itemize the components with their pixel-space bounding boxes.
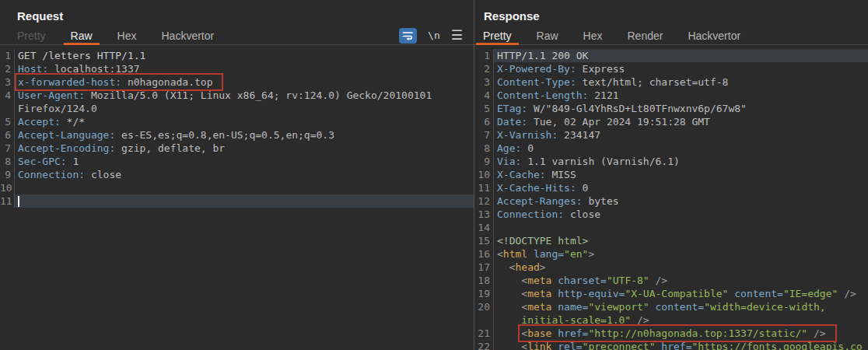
code-line: 21 <base href="http://n0hagonada.top:133… xyxy=(474,327,868,340)
code-line: 15<!DOCTYPE html> xyxy=(474,234,868,247)
line-number: 14 xyxy=(474,221,494,234)
response-tabs: PrettyRawHexRenderHackvertor xyxy=(476,26,758,44)
code-line: 3x-forwarded-host: n0hagonada.top xyxy=(0,75,474,89)
code-line: 17 <head> xyxy=(474,261,868,274)
line-number: 6 xyxy=(474,115,494,128)
line-number: 11 xyxy=(474,181,494,194)
code-line: 4User-Agent: Mozilla/5.0 (X11; Linux x86… xyxy=(0,89,474,102)
code-line: 5ETag: W/"849-Gl4YhRsD+Lt80TFnwxnv6p/67w… xyxy=(474,102,868,115)
code-line-content: Connection: close xyxy=(494,208,868,221)
line-number: 7 xyxy=(474,128,494,142)
code-line-content: x-forwarded-host: n0hagonada.top xyxy=(15,75,474,89)
code-line-content: X-Varnish: 234147 xyxy=(494,128,868,142)
code-line: 22 <link rel="preconnect" href="https://… xyxy=(474,340,868,350)
code-line-content: Via: 1.1 varnish (Varnish/6.1) xyxy=(494,155,868,168)
code-line-content: <head> xyxy=(494,261,868,274)
line-number: 10 xyxy=(0,181,15,194)
response-tab-render[interactable]: Render xyxy=(621,26,670,44)
code-line: 10X-Cache: MISS xyxy=(474,168,868,181)
code-line: 11 xyxy=(0,194,474,208)
line-number xyxy=(0,102,15,115)
newline-toggle-button[interactable]: \n xyxy=(428,30,440,41)
code-line: 19 <meta http-equiv="X-UA-Compatible" co… xyxy=(474,287,868,300)
code-line-content: Accept-Language: es-ES,es;q=0.8,en-US;q=… xyxy=(15,128,474,142)
code-line: 8Age: 0 xyxy=(474,142,868,155)
line-number: 12 xyxy=(474,194,494,208)
line-number: 21 xyxy=(474,327,494,340)
code-line: initial-scale=1.0" /> xyxy=(474,313,868,327)
code-line: 5Accept: */* xyxy=(0,115,474,128)
editor-menu-button[interactable]: ☰ xyxy=(451,29,463,42)
code-line-content: Accept-Ranges: bytes xyxy=(494,194,868,208)
code-line: 6Date: Tue, 02 Apr 2024 19:51:28 GMT xyxy=(474,115,868,128)
text-cursor xyxy=(18,196,19,207)
request-panel: Request PrettyRawHexHackvertor \n ☰ 1GET… xyxy=(0,0,474,350)
request-tabbar: PrettyRawHexHackvertor \n ☰ xyxy=(0,26,474,45)
code-line-content: Firefox/124.0 xyxy=(15,102,474,115)
soft-wrap-icon xyxy=(402,31,414,40)
code-line-content xyxy=(494,221,868,234)
code-line-content xyxy=(15,181,474,194)
request-tab-hackvertor[interactable]: Hackvertor xyxy=(155,26,222,44)
request-tab-hex[interactable]: Hex xyxy=(110,26,144,44)
code-line: 7X-Varnish: 234147 xyxy=(474,128,868,142)
line-number: 20 xyxy=(474,300,494,313)
tabbar-spacer xyxy=(232,26,399,44)
response-tabbar: PrettyRawHexRenderHackvertor xyxy=(474,26,868,45)
request-toolbar: \n ☰ xyxy=(399,26,474,44)
code-line-content: Age: 0 xyxy=(494,142,868,155)
line-number xyxy=(474,313,494,327)
line-number: 3 xyxy=(474,75,494,89)
code-line: 9Via: 1.1 varnish (Varnish/6.1) xyxy=(474,155,868,168)
code-line-content xyxy=(15,194,474,208)
soft-wrap-toggle-button[interactable] xyxy=(399,28,417,44)
code-line-content: User-Agent: Mozilla/5.0 (X11; Linux x86_… xyxy=(15,89,474,102)
response-tab-pretty[interactable]: Pretty xyxy=(476,26,519,44)
line-number: 19 xyxy=(474,287,494,300)
code-line: 18 <meta charset="UTF-8" /> xyxy=(474,274,868,287)
code-line-content: <html lang="en"> xyxy=(494,247,868,261)
line-number: 15 xyxy=(474,234,494,247)
code-line: 13Connection: close xyxy=(474,208,868,221)
line-number: 4 xyxy=(0,89,15,102)
line-number: 5 xyxy=(0,115,15,128)
request-panel-title: Request xyxy=(0,0,474,26)
code-line-content: Accept-Encoding: gzip, deflate, br xyxy=(15,142,474,155)
code-line-content: X-Cache-Hits: 0 xyxy=(494,181,868,194)
line-number: 8 xyxy=(474,142,494,155)
code-line-content: Content-Length: 2121 xyxy=(494,89,868,102)
line-number: 2 xyxy=(474,62,494,75)
code-line: 6Accept-Language: es-ES,es;q=0.8,en-US;q… xyxy=(0,128,474,142)
response-editor[interactable]: 1HTTP/1.1 200 OK2X-Powered-By: Express3C… xyxy=(474,45,868,350)
code-line: 3Content-Type: text/html; charset=utf-8 xyxy=(474,75,868,89)
line-number: 10 xyxy=(474,168,494,181)
response-tab-hex[interactable]: Hex xyxy=(576,26,610,44)
request-tab-pretty[interactable]: Pretty xyxy=(10,26,53,44)
annotation-highlight-box: x-forwarded-host: n0hagonada.top xyxy=(18,76,220,88)
code-line-content: ETag: W/"849-Gl4YhRsD+Lt80TFnwxnv6p/67w8… xyxy=(494,102,868,115)
request-tabs: PrettyRawHexHackvertor xyxy=(10,26,232,44)
code-line-content: X-Powered-By: Express xyxy=(494,62,868,75)
code-line-content: <meta name="viewport" content="width=dev… xyxy=(494,300,868,313)
code-line: 16<html lang="en"> xyxy=(474,247,868,261)
code-line: 20 <meta name="viewport" content="width=… xyxy=(474,300,868,313)
code-line-content: <meta charset="UTF-8" /> xyxy=(494,274,868,287)
line-number: 2 xyxy=(0,62,15,75)
line-number: 5 xyxy=(474,102,494,115)
request-editor[interactable]: 1GET /letters HTTP/1.12Host: localhost:1… xyxy=(0,45,474,350)
annotation-highlight-box: <base href="http://n0hagonada.top:1337/s… xyxy=(521,327,833,339)
line-number: 16 xyxy=(474,247,494,261)
line-number: 9 xyxy=(474,155,494,168)
line-number: 18 xyxy=(474,274,494,287)
code-line: Firefox/124.0 xyxy=(0,102,474,115)
code-line: 10 xyxy=(0,181,474,194)
request-tab-raw[interactable]: Raw xyxy=(64,26,100,44)
response-tab-hackvertor[interactable]: Hackvertor xyxy=(681,26,747,44)
code-line: 11X-Cache-Hits: 0 xyxy=(474,181,868,194)
code-line-content: X-Cache: MISS xyxy=(494,168,868,181)
response-tab-raw[interactable]: Raw xyxy=(530,26,565,44)
line-number: 7 xyxy=(0,142,15,155)
message-editor-split: Request PrettyRawHexHackvertor \n ☰ 1GET… xyxy=(0,0,868,350)
line-number: 11 xyxy=(0,194,15,208)
code-line-content: GET /letters HTTP/1.1 xyxy=(15,49,474,62)
